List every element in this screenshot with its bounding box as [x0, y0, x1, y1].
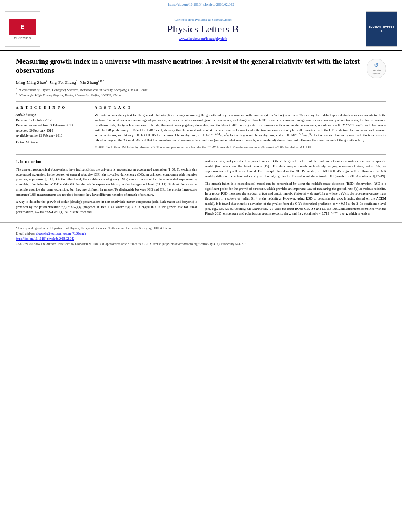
paper-content: Measuring growth index in a universe wit…	[0, 51, 402, 222]
sciencedirect-link: Contents lists available at ScienceDirec…	[175, 18, 232, 22]
affiliation-a: a ᵃ Department of Physics, College of Sc…	[16, 87, 386, 92]
author-ming: Ming-Ming Zhaoa	[16, 80, 47, 85]
article-info: A R T I C L E I N F O Article history: R…	[16, 106, 87, 150]
journal-cover-inner: PHYSICS LETTERS B	[368, 13, 395, 45]
footer-email: E-mail address: zhangxin@mail.neu.edu.cn…	[16, 232, 386, 236]
article-history-label: Article history:	[16, 113, 87, 117]
check-updates-label: Check forupdates	[372, 69, 381, 75]
license-text: © 2018 The Authors. Published by Elsevie…	[95, 145, 386, 150]
right-para-2: The growth index in a cosmological model…	[205, 181, 386, 216]
intro-para-2: A way to describe the growth of scalar (…	[16, 199, 197, 214]
footer-footnote: * Corresponding author at: Department of…	[16, 226, 386, 230]
doi-text: https://doi.org/10.1016/j.physletb.2018.…	[168, 2, 234, 6]
footer-doi: https://doi.org/10.1016/j.physletb.2018.…	[16, 237, 386, 241]
doi-bar: https://doi.org/10.1016/j.physletb.2018.…	[0, 0, 402, 8]
author-jing: Jing-Fei Zhanga	[50, 80, 77, 85]
journal-center: Contents lists available at ScienceDirec…	[44, 11, 362, 47]
footer-email-link[interactable]: zhangxin@mail.neu.edu.cn (X. Zhang).	[36, 232, 86, 235]
elsevier-logo-img: E	[9, 19, 36, 35]
available-date: Available online 23 February 2018	[16, 133, 87, 138]
right-body-col: matter density, and γ is called the grow…	[205, 159, 386, 219]
journal-url: www.elsevier.com/locate/physletb	[179, 37, 227, 41]
check-updates-badge: ↺ Check forupdates	[367, 59, 386, 78]
revised-date: Received in revised form 3 February 2018	[16, 123, 87, 128]
left-body-col: 1. Introduction The current astronomical…	[16, 159, 197, 219]
article-info-abstract: A R T I C L E I N F O Article history: R…	[16, 101, 386, 150]
affiliation-b: b ᵇ Center for High Energy Physics, Peki…	[16, 93, 386, 97]
contents-label: Contents lists available at	[175, 18, 211, 22]
section1-title: 1. Introduction	[16, 159, 197, 165]
sciencedirect-link-text[interactable]: ScienceDirect	[212, 18, 231, 22]
affiliations: a ᵃ Department of Physics, College of Sc…	[16, 87, 386, 97]
body-columns: 1. Introduction The current astronomical…	[16, 159, 386, 219]
article-abstract: A B S T R A C T We make a consistency te…	[95, 106, 386, 150]
footer-doi-link[interactable]: https://doi.org/10.1016/j.physletb.2018.…	[16, 237, 74, 241]
journal-url-link[interactable]: www.elsevier.com/locate/physletb	[179, 37, 227, 41]
title-row: Measuring growth index in a universe wit…	[16, 57, 386, 80]
editor-info: Editor: M. Peiris	[16, 140, 87, 145]
check-updates-icon: ↺	[374, 62, 379, 69]
intro-para-1: The current astronomical observations ha…	[16, 167, 197, 197]
elsevier-logo: E ELSEVIER	[5, 11, 40, 47]
journal-header: E ELSEVIER Contents lists available at S…	[0, 8, 402, 51]
page-footer: * Corresponding author at: Department of…	[0, 222, 402, 248]
journal-cover-thumbnail: PHYSICS LETTERS B	[366, 11, 397, 47]
abstract-header: A B S T R A C T	[95, 106, 386, 109]
cover-title-text: PHYSICS LETTERS B	[368, 26, 395, 33]
elsevier-logo-text: E	[20, 24, 24, 30]
abstract-text: We make a consistency test for the gener…	[95, 113, 386, 150]
right-para-1: matter density, and γ is called the grow…	[205, 159, 386, 179]
accepted-date: Accepted 20 February 2018	[16, 128, 87, 133]
authors: Ming-Ming Zhaoa, Jing-Fei Zhanga, Xin Zh…	[16, 80, 386, 85]
section-divider	[16, 154, 386, 155]
article-info-header: A R T I C L E I N F O	[16, 106, 87, 109]
footer-issn-license: 0370-2693/© 2018 The Authors. Published …	[16, 242, 386, 246]
elsevier-brand-text: ELSEVIER	[14, 36, 31, 40]
author-xin: Xin Zhanga,b,*	[80, 80, 104, 85]
journal-title: Physics Letters B	[167, 23, 239, 35]
received-date: Received 12 October 2017	[16, 118, 87, 122]
paper-title: Measuring growth index in a universe wit…	[16, 57, 363, 76]
